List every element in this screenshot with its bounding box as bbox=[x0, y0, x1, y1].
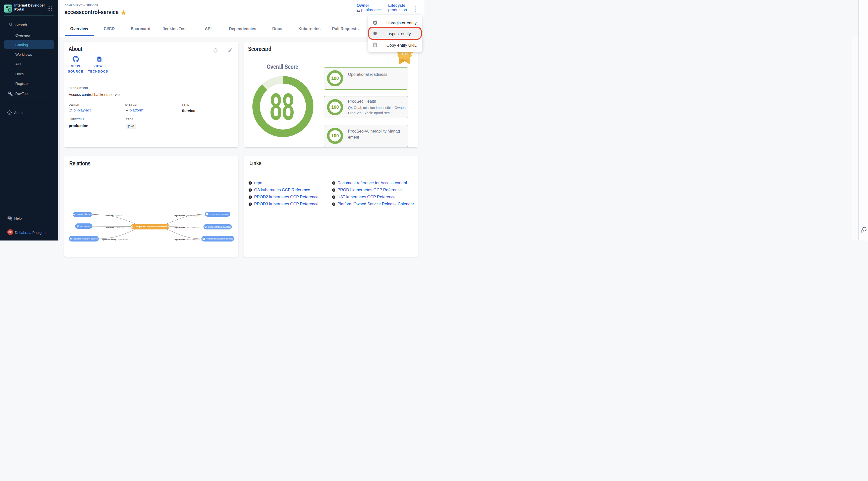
svg-text:?: ? bbox=[8, 217, 10, 219]
svg-text:88: 88 bbox=[270, 85, 294, 128]
svg-text:100: 100 bbox=[331, 133, 339, 138]
svg-text:100: 100 bbox=[331, 105, 339, 110]
svg-text:Tier: Tier bbox=[401, 52, 408, 56]
svg-text:100: 100 bbox=[331, 76, 339, 81]
